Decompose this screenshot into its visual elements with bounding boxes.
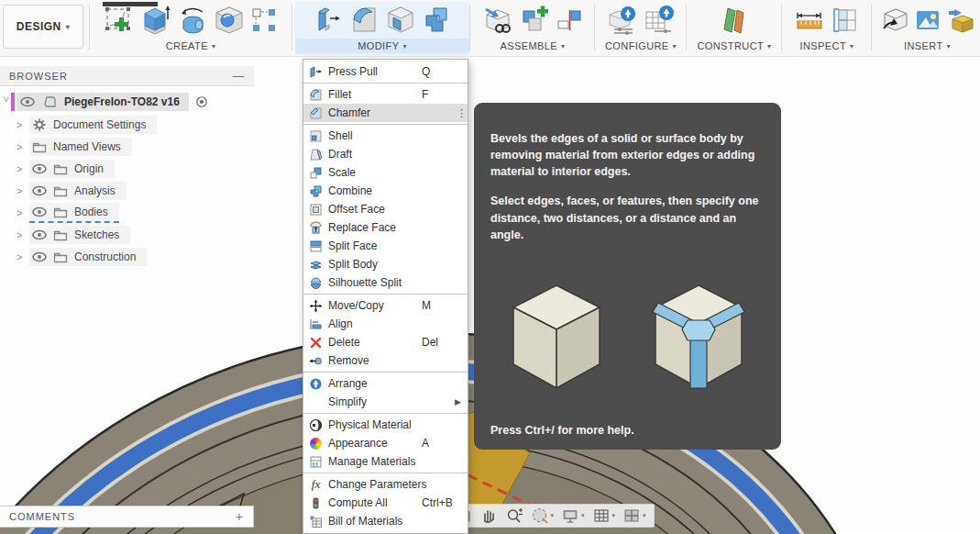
canvas-image-icon[interactable] (914, 6, 941, 34)
joint-icon[interactable] (556, 6, 583, 34)
silhouette-split-icon (309, 276, 323, 290)
insert-mesh-icon[interactable] (947, 6, 974, 34)
menu-item-label: Offset Face (328, 203, 422, 216)
eye-icon[interactable] (32, 184, 47, 197)
gear-icon (32, 118, 47, 131)
kebab-menu-icon[interactable]: ⋮ (457, 107, 464, 119)
menu-item-replace-face[interactable]: Replace Face (303, 218, 468, 237)
tree-item-sketches[interactable]: > Sketches (0, 224, 254, 246)
assemble-menu-button[interactable]: ASSEMBLE ▾ (473, 39, 592, 53)
menu-item-combine[interactable]: Combine (303, 182, 468, 200)
add-comment-button[interactable]: + (236, 509, 244, 524)
press-pull-icon[interactable] (312, 5, 343, 36)
insert-menu-button[interactable]: INSERT ▾ (875, 39, 980, 53)
eye-icon[interactable] (32, 228, 47, 241)
expand-caret-icon[interactable]: > (17, 119, 29, 130)
configure-menu-button[interactable]: CONFIGURE ▾ (598, 39, 684, 53)
tree-item-document-settings[interactable]: > Document Settings (0, 114, 254, 136)
configure-design-icon[interactable] (607, 5, 638, 36)
menu-item-bill-of-materials[interactable]: Bill of Materials (303, 512, 468, 530)
menu-item-press-pull[interactable]: Press Pull Q (303, 62, 468, 81)
menu-item-change-parameters[interactable]: fx Change Parameters (303, 475, 468, 494)
menu-item-label: Manage Materials (328, 455, 422, 468)
construct-plane-icon[interactable] (719, 5, 750, 36)
construct-label: CONSTRUCT (697, 40, 764, 51)
eye-icon[interactable] (20, 95, 35, 108)
menu-item-split-body[interactable]: Split Body (303, 255, 468, 273)
fit-button[interactable]: ▾ (528, 505, 557, 527)
section-analysis-icon[interactable] (831, 6, 859, 34)
tree-root-row[interactable]: > PiegeFrelon-TO82 v16 (0, 90, 254, 114)
pan-button[interactable] (477, 505, 501, 527)
menu-item-physical-material[interactable]: Physical Material (303, 416, 468, 434)
expand-caret-icon[interactable]: > (17, 141, 29, 152)
tree-item-construction[interactable]: > Construction (0, 246, 254, 268)
expand-caret-icon[interactable]: > (17, 229, 29, 240)
eye-icon[interactable] (32, 206, 47, 218)
construct-menu-button[interactable]: CONSTRUCT ▾ (689, 39, 779, 53)
display-settings-button[interactable]: ▾ (558, 505, 588, 527)
create-sketch-icon[interactable] (104, 5, 135, 36)
measure-icon[interactable] (795, 5, 826, 36)
insert-component-icon[interactable] (482, 5, 513, 36)
inspect-menu-button[interactable]: INSPECT ▾ (785, 39, 869, 53)
menu-shortcut: Del (422, 336, 464, 349)
folder-icon (53, 184, 68, 197)
rectangular-pattern-icon[interactable] (250, 6, 278, 34)
modify-menu-button[interactable]: MODIFY ▾ (295, 39, 469, 53)
menu-item-silhouette-split[interactable]: Silhouette Split (303, 273, 468, 292)
extrude-icon[interactable] (140, 5, 171, 36)
new-component-icon[interactable] (519, 5, 550, 36)
tree-item-bodies[interactable]: > Bodies (0, 202, 254, 224)
workspace-switcher[interactable]: DESIGN ▾ (3, 5, 83, 49)
menu-item-arrange[interactable]: Arrange (303, 374, 468, 393)
grid-button[interactable]: ▾ (589, 505, 619, 527)
comments-panel[interactable]: COMMENTS + (0, 506, 254, 528)
eye-icon[interactable] (32, 250, 47, 263)
tree-item-origin[interactable]: > Origin (0, 158, 254, 180)
expand-caret-icon[interactable]: > (17, 185, 29, 196)
menu-item-compute-all[interactable]: Compute All Ctrl+B (303, 494, 468, 512)
browser-minimize-button[interactable]: — (233, 70, 245, 83)
activate-radio-icon[interactable] (194, 95, 209, 108)
expand-caret-icon[interactable]: > (17, 251, 29, 262)
expand-caret-icon[interactable]: > (17, 163, 29, 174)
menu-item-split-face[interactable]: Split Face (303, 237, 468, 255)
expand-caret-icon[interactable]: > (17, 207, 29, 218)
move-copy-icon (309, 299, 323, 313)
viewports-button[interactable]: ▾ (620, 505, 649, 527)
chevron-down-icon: ▾ (402, 42, 406, 50)
menu-item-move-copy[interactable]: Move/Copy M (303, 296, 468, 315)
shell-icon[interactable] (385, 5, 416, 36)
collapse-caret-icon[interactable]: > (1, 96, 11, 107)
menu-item-shell[interactable]: Shell (303, 127, 468, 145)
chevron-down-icon: ▾ (767, 42, 771, 50)
menu-item-chamfer[interactable]: Chamfer ⋮ (303, 104, 468, 122)
menu-item-label: Arrange (328, 377, 422, 390)
hole-icon[interactable] (214, 5, 245, 36)
menu-item-draft[interactable]: Draft (303, 145, 468, 163)
zoom-button[interactable] (502, 505, 526, 527)
eye-icon[interactable] (32, 162, 47, 175)
create-menu-button[interactable]: CREATE ▾ (92, 39, 290, 53)
offset-face-icon (309, 203, 323, 217)
fillet-icon[interactable] (348, 5, 380, 36)
revolve-icon[interactable] (177, 5, 208, 36)
tree-item-analysis[interactable]: > Analysis (0, 180, 254, 202)
menu-item-align[interactable]: Align (303, 315, 468, 333)
derive-icon[interactable] (881, 6, 908, 34)
menu-item-appearance[interactable]: Appearance A (303, 434, 468, 452)
menu-item-fillet[interactable]: Fillet F (303, 85, 468, 104)
menu-item-offset-face[interactable]: Offset Face (303, 200, 468, 218)
menu-item-remove[interactable]: Remove (303, 351, 468, 370)
menu-item-scale[interactable]: Scale (303, 163, 468, 182)
combine-icon[interactable] (422, 5, 453, 36)
menu-item-simplify[interactable]: Simplify ▶ (303, 393, 468, 411)
menu-item-manage-materials[interactable]: Manage Materials (303, 452, 468, 471)
menu-item-label: Change Parameters (328, 478, 426, 491)
bill-of-materials-icon (309, 515, 323, 528)
tree-item-named-views[interactable]: > Named Views (0, 136, 254, 158)
configure-table-icon[interactable] (644, 5, 675, 36)
menu-item-delete[interactable]: Delete Del (303, 333, 468, 351)
toolbar-group-assemble: ASSEMBLE ▾ (473, 2, 592, 55)
